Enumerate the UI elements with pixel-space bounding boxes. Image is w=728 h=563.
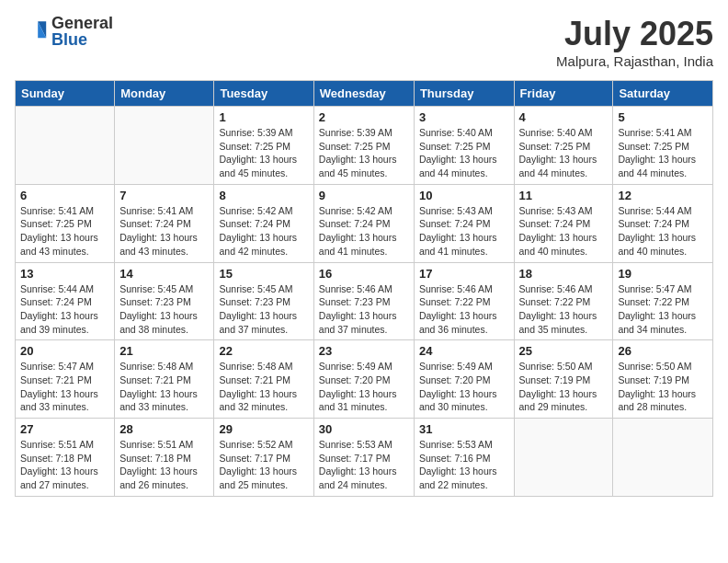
calendar-cell: 11Sunrise: 5:43 AM Sunset: 7:24 PM Dayli… bbox=[514, 184, 613, 262]
week-row-5: 27Sunrise: 5:51 AM Sunset: 7:18 PM Dayli… bbox=[16, 419, 713, 497]
day-number: 28 bbox=[119, 422, 209, 436]
day-info: Sunrise: 5:43 AM Sunset: 7:24 PM Dayligh… bbox=[419, 204, 509, 259]
calendar-cell bbox=[514, 419, 613, 497]
calendar-cell: 4Sunrise: 5:40 AM Sunset: 7:25 PM Daylig… bbox=[514, 107, 613, 185]
day-info: Sunrise: 5:49 AM Sunset: 7:20 PM Dayligh… bbox=[419, 360, 509, 414]
day-info: Sunrise: 5:51 AM Sunset: 7:18 PM Dayligh… bbox=[119, 438, 209, 492]
calendar-cell: 30Sunrise: 5:53 AM Sunset: 7:17 PM Dayli… bbox=[313, 419, 414, 497]
day-header-saturday: Saturday bbox=[613, 81, 713, 107]
day-number: 13 bbox=[20, 267, 109, 281]
day-number: 10 bbox=[419, 189, 509, 202]
title-block: July 2025 Malpura, Rajasthan, India bbox=[556, 15, 713, 69]
day-number: 21 bbox=[119, 344, 209, 358]
calendar-cell: 3Sunrise: 5:40 AM Sunset: 7:25 PM Daylig… bbox=[414, 107, 514, 185]
logo-text: General Blue bbox=[51, 15, 113, 48]
calendar-cell: 8Sunrise: 5:42 AM Sunset: 7:24 PM Daylig… bbox=[214, 184, 313, 262]
day-info: Sunrise: 5:39 AM Sunset: 7:25 PM Dayligh… bbox=[219, 126, 308, 180]
week-row-2: 6Sunrise: 5:41 AM Sunset: 7:25 PM Daylig… bbox=[16, 184, 713, 262]
calendar-cell: 12Sunrise: 5:44 AM Sunset: 7:24 PM Dayli… bbox=[613, 184, 713, 262]
day-info: Sunrise: 5:44 AM Sunset: 7:24 PM Dayligh… bbox=[20, 282, 109, 337]
day-number: 2 bbox=[319, 110, 409, 124]
day-number: 14 bbox=[119, 267, 209, 281]
day-number: 26 bbox=[618, 344, 708, 358]
day-number: 12 bbox=[618, 189, 708, 202]
day-number: 1 bbox=[219, 110, 308, 124]
day-number: 11 bbox=[519, 189, 609, 202]
page-header: General Blue July 2025 Malpura, Rajastha… bbox=[15, 15, 713, 69]
calendar-cell: 25Sunrise: 5:50 AM Sunset: 7:19 PM Dayli… bbox=[514, 340, 613, 419]
calendar-cell: 7Sunrise: 5:41 AM Sunset: 7:24 PM Daylig… bbox=[115, 184, 214, 262]
week-row-4: 20Sunrise: 5:47 AM Sunset: 7:21 PM Dayli… bbox=[16, 340, 713, 419]
calendar-cell: 27Sunrise: 5:51 AM Sunset: 7:18 PM Dayli… bbox=[16, 419, 115, 497]
day-number: 15 bbox=[219, 267, 308, 281]
calendar-cell: 21Sunrise: 5:48 AM Sunset: 7:21 PM Dayli… bbox=[115, 340, 214, 419]
calendar-cell: 28Sunrise: 5:51 AM Sunset: 7:18 PM Dayli… bbox=[115, 419, 214, 497]
day-number: 17 bbox=[419, 267, 509, 281]
day-info: Sunrise: 5:46 AM Sunset: 7:22 PM Dayligh… bbox=[519, 282, 609, 337]
day-info: Sunrise: 5:42 AM Sunset: 7:24 PM Dayligh… bbox=[319, 204, 409, 259]
day-number: 7 bbox=[119, 189, 209, 202]
calendar-cell: 29Sunrise: 5:52 AM Sunset: 7:17 PM Dayli… bbox=[214, 419, 313, 497]
location: Malpura, Rajasthan, India bbox=[556, 53, 713, 69]
calendar-cell: 31Sunrise: 5:53 AM Sunset: 7:16 PM Dayli… bbox=[414, 419, 514, 497]
day-header-thursday: Thursday bbox=[414, 81, 514, 107]
day-number: 22 bbox=[219, 344, 308, 358]
day-info: Sunrise: 5:45 AM Sunset: 7:23 PM Dayligh… bbox=[219, 282, 308, 337]
day-info: Sunrise: 5:41 AM Sunset: 7:25 PM Dayligh… bbox=[618, 126, 708, 180]
day-info: Sunrise: 5:53 AM Sunset: 7:17 PM Dayligh… bbox=[319, 438, 409, 492]
day-info: Sunrise: 5:40 AM Sunset: 7:25 PM Dayligh… bbox=[519, 126, 609, 180]
day-number: 3 bbox=[419, 110, 509, 124]
day-info: Sunrise: 5:43 AM Sunset: 7:24 PM Dayligh… bbox=[519, 204, 609, 259]
day-info: Sunrise: 5:50 AM Sunset: 7:19 PM Dayligh… bbox=[519, 360, 609, 414]
calendar-cell: 22Sunrise: 5:48 AM Sunset: 7:21 PM Dayli… bbox=[214, 340, 313, 419]
day-number: 9 bbox=[319, 189, 409, 202]
day-number: 5 bbox=[618, 110, 708, 124]
day-number: 6 bbox=[20, 189, 109, 202]
day-header-friday: Friday bbox=[514, 81, 613, 107]
calendar-header-row: SundayMondayTuesdayWednesdayThursdayFrid… bbox=[16, 81, 713, 107]
day-info: Sunrise: 5:42 AM Sunset: 7:24 PM Dayligh… bbox=[219, 204, 308, 259]
calendar-cell: 14Sunrise: 5:45 AM Sunset: 7:23 PM Dayli… bbox=[115, 262, 214, 340]
day-info: Sunrise: 5:44 AM Sunset: 7:24 PM Dayligh… bbox=[618, 204, 708, 259]
calendar-cell: 17Sunrise: 5:46 AM Sunset: 7:22 PM Dayli… bbox=[414, 262, 514, 340]
calendar-cell: 9Sunrise: 5:42 AM Sunset: 7:24 PM Daylig… bbox=[313, 184, 414, 262]
day-number: 16 bbox=[319, 267, 409, 281]
calendar-cell: 23Sunrise: 5:49 AM Sunset: 7:20 PM Dayli… bbox=[313, 340, 414, 419]
day-number: 27 bbox=[20, 422, 109, 436]
day-info: Sunrise: 5:51 AM Sunset: 7:18 PM Dayligh… bbox=[20, 438, 109, 492]
day-number: 25 bbox=[519, 344, 609, 358]
day-info: Sunrise: 5:52 AM Sunset: 7:17 PM Dayligh… bbox=[219, 438, 308, 492]
day-info: Sunrise: 5:47 AM Sunset: 7:22 PM Dayligh… bbox=[618, 282, 708, 337]
calendar-cell: 13Sunrise: 5:44 AM Sunset: 7:24 PM Dayli… bbox=[16, 262, 115, 340]
day-number: 20 bbox=[20, 344, 109, 358]
logo-general: General bbox=[51, 15, 113, 31]
day-number: 18 bbox=[519, 267, 609, 281]
week-row-3: 13Sunrise: 5:44 AM Sunset: 7:24 PM Dayli… bbox=[16, 262, 713, 340]
day-info: Sunrise: 5:48 AM Sunset: 7:21 PM Dayligh… bbox=[219, 360, 308, 414]
day-number: 30 bbox=[319, 422, 409, 436]
calendar-cell: 10Sunrise: 5:43 AM Sunset: 7:24 PM Dayli… bbox=[414, 184, 514, 262]
day-number: 23 bbox=[319, 344, 409, 358]
day-header-monday: Monday bbox=[115, 81, 214, 107]
day-header-sunday: Sunday bbox=[16, 81, 115, 107]
calendar-cell: 6Sunrise: 5:41 AM Sunset: 7:25 PM Daylig… bbox=[16, 184, 115, 262]
calendar-cell: 1Sunrise: 5:39 AM Sunset: 7:25 PM Daylig… bbox=[214, 107, 313, 185]
day-number: 29 bbox=[219, 422, 308, 436]
calendar-cell: 16Sunrise: 5:46 AM Sunset: 7:23 PM Dayli… bbox=[313, 262, 414, 340]
calendar-cell: 24Sunrise: 5:49 AM Sunset: 7:20 PM Dayli… bbox=[414, 340, 514, 419]
week-row-1: 1Sunrise: 5:39 AM Sunset: 7:25 PM Daylig… bbox=[16, 107, 713, 185]
calendar-cell: 19Sunrise: 5:47 AM Sunset: 7:22 PM Dayli… bbox=[613, 262, 713, 340]
day-number: 19 bbox=[618, 267, 708, 281]
calendar-cell: 18Sunrise: 5:46 AM Sunset: 7:22 PM Dayli… bbox=[514, 262, 613, 340]
calendar-cell: 26Sunrise: 5:50 AM Sunset: 7:19 PM Dayli… bbox=[613, 340, 713, 419]
day-number: 24 bbox=[419, 344, 509, 358]
day-info: Sunrise: 5:53 AM Sunset: 7:16 PM Dayligh… bbox=[419, 438, 509, 492]
day-info: Sunrise: 5:39 AM Sunset: 7:25 PM Dayligh… bbox=[319, 126, 409, 180]
calendar-table: SundayMondayTuesdayWednesdayThursdayFrid… bbox=[15, 80, 713, 497]
calendar-cell: 2Sunrise: 5:39 AM Sunset: 7:25 PM Daylig… bbox=[313, 107, 414, 185]
logo-blue: Blue bbox=[51, 31, 113, 48]
day-header-tuesday: Tuesday bbox=[214, 81, 313, 107]
day-info: Sunrise: 5:45 AM Sunset: 7:23 PM Dayligh… bbox=[119, 282, 209, 337]
month-title: July 2025 bbox=[556, 15, 713, 53]
day-info: Sunrise: 5:40 AM Sunset: 7:25 PM Dayligh… bbox=[419, 126, 509, 180]
